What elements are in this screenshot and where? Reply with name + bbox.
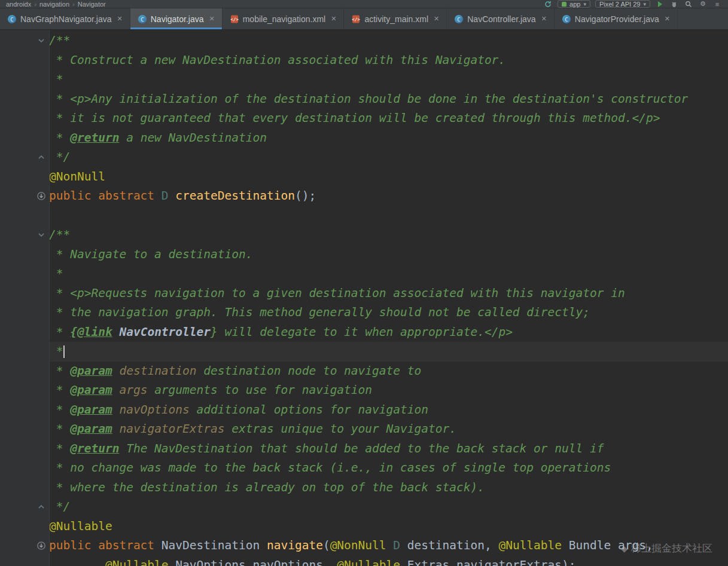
more-menu-icon[interactable]: ≡ bbox=[712, 0, 722, 8]
implemented-marker-icon[interactable] bbox=[0, 186, 49, 206]
java-file-icon: C bbox=[562, 14, 571, 24]
settings-gear-icon[interactable]: ⚙ bbox=[698, 0, 708, 8]
tab-navigator-java[interactable]: CNavigator.java✕ bbox=[130, 8, 223, 29]
run-config-label: app bbox=[569, 1, 580, 8]
svg-text:</>: </> bbox=[352, 17, 361, 22]
code-line[interactable]: * @return a new NavDestination bbox=[0, 129, 728, 148]
fold-close-icon[interactable] bbox=[0, 148, 49, 167]
tab-mobile_navigation-xml[interactable]: </>mobile_navigation.xml✕ bbox=[223, 8, 345, 29]
code-line[interactable]: public abstract NavDestination navigate(… bbox=[0, 536, 728, 556]
code-line[interactable]: * the navigation graph. This method gene… bbox=[0, 303, 728, 323]
text-caret bbox=[63, 345, 65, 358]
code-text: public abstract D createDestination(); bbox=[49, 186, 728, 206]
main-toolbar: androidx›navigation›Navigator app ▾ Pixe… bbox=[0, 0, 728, 8]
code-line[interactable]: public abstract D createDestination(); bbox=[0, 186, 728, 206]
gutter bbox=[0, 303, 49, 323]
code-line[interactable]: * {@link NavController} will delegate to… bbox=[0, 323, 728, 342]
java-file-icon: C bbox=[454, 14, 464, 24]
gutter bbox=[0, 439, 49, 459]
code-line[interactable]: * <p>Requests navigation to a given dest… bbox=[0, 284, 728, 304]
close-tab-icon[interactable]: ✕ bbox=[117, 15, 123, 23]
code-line[interactable]: * it is not guaranteed that every destin… bbox=[0, 109, 728, 129]
device-dropdown[interactable]: Pixel 2 API 29 ▾ bbox=[595, 0, 650, 8]
code-line[interactable]: * @param navOptions additional options f… bbox=[0, 400, 728, 420]
code-line[interactable]: * @param destination destination node to… bbox=[0, 362, 728, 381]
code-line[interactable]: * bbox=[0, 70, 728, 90]
close-tab-icon[interactable]: ✕ bbox=[665, 15, 670, 23]
code-text: * {@link NavController} will delegate to… bbox=[49, 323, 728, 342]
code-line[interactable]: * @param navigatorExtras extras unique t… bbox=[0, 420, 728, 439]
gutter bbox=[0, 129, 49, 148]
tab-activity_main-xml[interactable]: </>activity_main.xml✕ bbox=[344, 8, 447, 29]
code-line[interactable]: @NonNull bbox=[0, 167, 728, 187]
code-line[interactable]: * Construct a new NavDestination associa… bbox=[0, 51, 728, 71]
code-text: @Nullable NavOptions navOptions, @Nullab… bbox=[49, 556, 728, 566]
code-text: * bbox=[49, 70, 728, 90]
svg-text:C: C bbox=[141, 16, 144, 22]
gutter bbox=[0, 70, 49, 90]
breadcrumbs: androidx›navigation›Navigator bbox=[6, 1, 106, 8]
code-line[interactable]: * bbox=[0, 342, 728, 362]
code-text: * @return a new NavDestination bbox=[49, 129, 728, 148]
sync-icon[interactable] bbox=[543, 0, 553, 8]
code-line[interactable]: /** bbox=[0, 31, 728, 51]
gutter bbox=[0, 362, 49, 381]
run-icon[interactable] bbox=[655, 0, 665, 8]
code-line[interactable]: * bbox=[0, 264, 728, 284]
fold-open-icon[interactable] bbox=[0, 31, 49, 51]
code-text: * bbox=[49, 342, 728, 362]
code-line[interactable]: * where the destination is already on to… bbox=[0, 478, 728, 498]
svg-text:C: C bbox=[10, 16, 13, 22]
code-line[interactable]: * <p>Any initialization of the destinati… bbox=[0, 90, 728, 109]
code-line[interactable]: /** bbox=[0, 225, 728, 245]
gutter bbox=[0, 51, 49, 71]
tab-label: mobile_navigation.xml bbox=[243, 14, 326, 24]
code-line[interactable]: @Nullable bbox=[0, 517, 728, 537]
close-tab-icon[interactable]: ✕ bbox=[434, 15, 439, 23]
implemented-marker-icon[interactable] bbox=[0, 536, 49, 556]
code-line[interactable]: * no change was made to the back stack (… bbox=[0, 458, 728, 478]
close-tab-icon[interactable]: ✕ bbox=[209, 15, 214, 23]
gutter bbox=[0, 90, 49, 109]
code-text: * <p>Any initialization of the destinati… bbox=[49, 90, 728, 109]
tab-navigatorprovider-java[interactable]: CNavigatorProvider.java✕ bbox=[555, 8, 678, 29]
breadcrumb-androidx[interactable]: androidx bbox=[6, 1, 31, 8]
gutter bbox=[0, 381, 49, 400]
code-line[interactable]: * @return The NavDestination that should… bbox=[0, 439, 728, 459]
tab-navcontroller-java[interactable]: CNavController.java✕ bbox=[447, 8, 555, 29]
code-line[interactable]: * Navigate to a destination. bbox=[0, 245, 728, 265]
close-tab-icon[interactable]: ✕ bbox=[331, 15, 336, 23]
editor-code-area[interactable]: /** * Construct a new NavDestination ass… bbox=[0, 30, 728, 566]
close-tab-icon[interactable]: ✕ bbox=[541, 15, 547, 23]
code-text: * @param args arguments to use for navig… bbox=[49, 381, 728, 400]
code-text: * @param navigatorExtras extras unique t… bbox=[49, 420, 728, 439]
tab-navgraphnavigator-java[interactable]: CNavGraphNavigator.java✕ bbox=[0, 8, 130, 29]
gutter bbox=[0, 517, 49, 537]
code-text: * @param navOptions additional options f… bbox=[49, 400, 728, 420]
breadcrumb-navigator[interactable]: Navigator bbox=[78, 1, 106, 8]
java-file-icon: C bbox=[138, 14, 147, 24]
gutter bbox=[0, 400, 49, 420]
debug-icon[interactable] bbox=[669, 0, 679, 8]
fold-close-icon[interactable] bbox=[0, 497, 49, 517]
run-config-dropdown[interactable]: app ▾ bbox=[558, 0, 590, 8]
gutter bbox=[0, 478, 49, 498]
svg-text:C: C bbox=[458, 16, 461, 22]
code-text: * bbox=[49, 264, 728, 284]
breadcrumb-navigation[interactable]: navigation bbox=[39, 1, 69, 8]
breadcrumb-separator-icon: › bbox=[72, 1, 75, 8]
code-line[interactable]: */ bbox=[0, 148, 728, 167]
code-line[interactable]: */ bbox=[0, 497, 728, 517]
code-line[interactable] bbox=[0, 206, 728, 226]
gutter bbox=[0, 420, 49, 439]
code-line[interactable]: @Nullable NavOptions navOptions, @Nullab… bbox=[0, 556, 728, 566]
code-text: * Navigate to a destination. bbox=[49, 245, 728, 265]
search-icon[interactable] bbox=[684, 0, 693, 8]
gutter bbox=[0, 556, 49, 566]
fold-open-icon[interactable] bbox=[0, 225, 49, 245]
tab-bar: CNavGraphNavigator.java✕CNavigator.java✕… bbox=[0, 8, 728, 30]
tab-label: NavController.java bbox=[467, 14, 535, 24]
chevron-down-icon: ▾ bbox=[643, 1, 646, 7]
code-line[interactable]: * @param args arguments to use for navig… bbox=[0, 381, 728, 400]
tab-label: NavGraphNavigator.java bbox=[20, 14, 112, 24]
